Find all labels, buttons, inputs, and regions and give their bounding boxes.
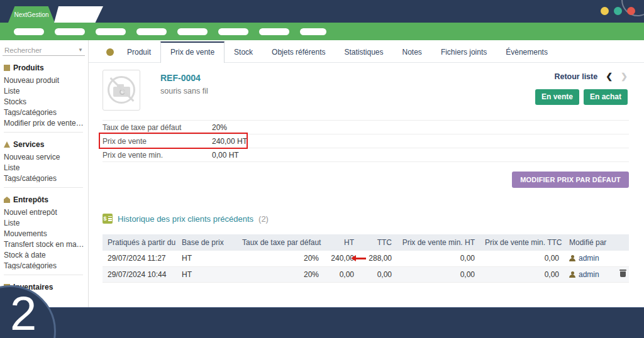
field-row-prix-min: Prix de vente min. 0,00 HT (103, 148, 629, 162)
sidebar-item-stock-a-date[interactable]: Stock à date (4, 251, 88, 259)
cell-min-ht: 0,00 (397, 251, 480, 266)
nav-pill-redacted[interactable] (177, 28, 208, 35)
nav-pill-redacted[interactable] (55, 28, 85, 35)
trash-icon[interactable] (619, 270, 626, 277)
user-icon (569, 255, 575, 261)
sidebar-item-nouveau-produit[interactable]: Nouveau produit (4, 77, 88, 84)
step-number: 2 (10, 288, 36, 338)
window-dot-green-icon[interactable] (614, 7, 622, 15)
divider (4, 187, 83, 188)
table-row: 29/07/2024 10:44 HT 20% 0,00 0,00 0,00 0… (103, 266, 629, 282)
sidebar-section-produits[interactable]: Produits (4, 63, 88, 72)
user-link[interactable]: admin (579, 270, 599, 279)
column-ht: HT (324, 234, 359, 251)
nav-pill-redacted[interactable] (259, 28, 289, 35)
next-record-icon[interactable]: ❯ (621, 72, 628, 81)
cell-min-ht: 0,00 (397, 266, 480, 282)
sidebar-section-entrepots[interactable]: Entrepôts (4, 195, 88, 204)
status-badge-en-vente: En vente (535, 89, 579, 105)
search-select[interactable]: Rechercher ▼ (3, 45, 85, 56)
product-name: souris sans fil (160, 87, 208, 95)
price-history-section: $ Historique des prix clients précédents… (103, 214, 629, 283)
sidebar-item-liste-entrepots[interactable]: Liste (4, 219, 88, 227)
dollar-glyph: $ (103, 216, 106, 222)
sidebar-item-transfert-stock[interactable]: Transfert stock en masse (4, 241, 88, 248)
tab-notes[interactable]: Notes (393, 42, 431, 62)
tab-stock[interactable]: Stock (225, 42, 262, 62)
tab-evenements[interactable]: Évènements (496, 42, 557, 62)
modify-default-price-button[interactable]: MODIFIER PRIX PAR DÉFAUT (512, 172, 629, 188)
back-to-list-link[interactable]: Retour liste (554, 72, 597, 81)
cell-date: 29/07/2024 11:27 (103, 251, 177, 266)
user-icon (569, 271, 575, 278)
cell-base: HT (177, 266, 237, 282)
prev-record-icon[interactable]: ❮ (606, 72, 613, 81)
sidebar-item-tags-produits[interactable]: Tags/catégories (4, 109, 88, 116)
section-title: Services (13, 140, 44, 149)
column-base: Base de prix (177, 234, 237, 251)
sidebar: Rechercher ▼ Produits Nouveau produit Li… (0, 40, 89, 307)
sidebar-item-tags-services[interactable]: Tags/catégories (4, 175, 88, 182)
price-list-icon: $ (103, 214, 113, 224)
column-date: Pratiqués à partir du (103, 234, 177, 251)
history-title: Historique des prix clients précédents (118, 214, 253, 224)
nav-pill-redacted[interactable] (300, 28, 326, 35)
field-label: Prix de vente min. (103, 151, 212, 160)
cell-tax: 20% (237, 266, 324, 282)
nav-pill-redacted[interactable] (218, 28, 248, 35)
window-dot-yellow-icon[interactable] (601, 7, 609, 15)
cell-min-ttc: 0,00 (480, 266, 564, 282)
field-value: 20% (212, 123, 227, 132)
sidebar-section-services[interactable]: Services (4, 140, 88, 149)
field-row-prix-de-vente: Prix de vente 240,00 HT (103, 134, 629, 148)
field-value: 240,00 HT (212, 137, 247, 146)
sidebar-item-liste-services[interactable]: Liste (4, 164, 88, 172)
top-title-bar: NextGestion (0, 0, 644, 23)
redacted-tab[interactable] (54, 6, 103, 23)
product-photo-placeholder (103, 70, 140, 111)
warehouse-icon (4, 197, 10, 203)
sidebar-item-nouvel-entrepot[interactable]: Nouvel entrepôt (4, 209, 88, 216)
tab-produit[interactable]: Produit (118, 42, 160, 62)
cell-tax: 20% (237, 251, 324, 266)
cell-user: admin (564, 251, 614, 266)
field-row-tax: Taux de taxe par défaut 20% (103, 121, 629, 134)
window-dots (601, 7, 635, 15)
user-link[interactable]: admin (579, 254, 599, 263)
price-fields: Taux de taxe par défaut 20% Prix de vent… (103, 120, 629, 162)
section-title: Produits (13, 63, 44, 72)
nav-pill-redacted[interactable] (136, 28, 167, 35)
divider (4, 275, 83, 275)
cell-min-ttc: 0,00 (480, 251, 564, 266)
sidebar-item-mouvements[interactable]: Mouvements (4, 230, 88, 237)
tab-objets-referents[interactable]: Objets référents (262, 42, 335, 62)
section-title: Entrepôts (13, 195, 48, 204)
divider (4, 132, 83, 133)
main-nav-bar (0, 23, 644, 40)
cell-ttc: 0,00 (359, 266, 397, 282)
sidebar-item-tags-entrepots[interactable]: Tags/catégories (4, 262, 88, 270)
footer-bar (0, 307, 644, 338)
tab-prix-de-vente[interactable]: Prix de vente (160, 41, 225, 63)
tab-fichiers-joints[interactable]: Fichiers joints (431, 42, 496, 62)
field-label: Prix de vente (103, 137, 212, 146)
window-dot-red-icon[interactable] (627, 7, 635, 15)
column-modified-by: Modifié par (564, 234, 614, 251)
cell-ht: 0,00 (324, 266, 359, 282)
sidebar-item-stocks[interactable]: Stocks (4, 98, 88, 106)
list-lines-glyph (108, 216, 112, 221)
brand-tab[interactable]: NextGestion (8, 6, 55, 23)
product-sphere-icon (106, 48, 114, 56)
cell-actions (614, 266, 629, 282)
chevron-down-icon: ▼ (78, 47, 83, 53)
brand-label: NextGestion (14, 11, 48, 18)
sidebar-item-nouveau-service[interactable]: Nouveau service (4, 153, 88, 161)
sidebar-item-liste-produits[interactable]: Liste (4, 87, 88, 95)
tab-statistiques[interactable]: Statistiques (335, 42, 392, 62)
column-ttc: TTC (359, 234, 397, 251)
nav-pill-redacted[interactable] (96, 28, 126, 35)
sidebar-item-modifier-prix[interactable]: Modifier prix de vente en ... (4, 119, 88, 127)
nav-pill-redacted[interactable] (14, 28, 44, 35)
table-header-row: Pratiqués à partir du Base de prix Taux … (103, 234, 629, 251)
main-content: Produit Prix de vente Stock Objets référ… (89, 40, 644, 307)
